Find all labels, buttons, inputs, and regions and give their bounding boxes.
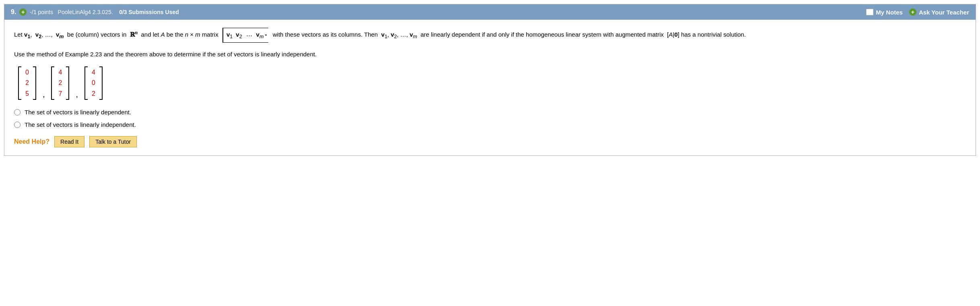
matrix-dots: ⋯ [244, 30, 255, 41]
comma-1: , [43, 90, 45, 99]
vector-3: 4 0 2 [84, 66, 103, 100]
matrix-brackets-inline: v1 v2 ⋯ vm [222, 28, 268, 43]
ask-teacher-plus-icon: + [909, 8, 916, 16]
ask-teacher-button[interactable]: + Ask Your Teacher [909, 8, 969, 16]
points-info: -/1 points PooleLinAlg4 2.3.025. 0/3 Sub… [30, 9, 179, 15]
matrix-v1: v1 [225, 29, 234, 41]
my-notes-button[interactable]: My Notes [866, 9, 903, 16]
question-header: 9. + -/1 points PooleLinAlg4 2.3.025. 0/… [4, 4, 976, 20]
matrix-v2: v2 [234, 29, 243, 41]
plus-icon[interactable]: + [19, 8, 27, 16]
comma-2: , [76, 90, 78, 99]
theorem-text: Let v1, v2, …, vm be (column) vectors in… [14, 28, 966, 43]
vector-2: 4 2 7 [51, 66, 69, 100]
talk-to-tutor-button[interactable]: Talk to a Tutor [89, 136, 137, 147]
Rn-label: ℝn [130, 31, 138, 38]
vector-1-values: 0 2 5 [21, 66, 33, 100]
vector-1: 0 2 5 [18, 66, 36, 100]
header-right: My Notes + Ask Your Teacher [866, 8, 969, 16]
read-it-button[interactable]: Read It [54, 136, 84, 147]
v1-label: v1 [24, 31, 30, 38]
radio-independent[interactable] [14, 122, 21, 128]
vectors-display: 0 2 5 , 4 2 7 , [18, 66, 966, 100]
option-dependent-label[interactable]: The set of vectors is linearly dependent… [25, 109, 131, 116]
header-left: 9. + -/1 points PooleLinAlg4 2.3.025. 0/… [11, 8, 179, 16]
vm-label: vm [56, 31, 64, 38]
question-container: 9. + -/1 points PooleLinAlg4 2.3.025. 0/… [4, 4, 976, 156]
question-body: Let v1, v2, …, vm be (column) vectors in… [4, 20, 976, 155]
vector-2-values: 4 2 7 [54, 66, 66, 100]
note-icon [866, 9, 873, 15]
question-number: 9. [11, 8, 16, 16]
need-help-label: Need Help? [14, 138, 49, 145]
use-method-text: Use the method of Example 2.23 and the t… [14, 49, 966, 60]
option-independent-label[interactable]: The set of vectors is linearly independe… [25, 121, 136, 128]
vector-3-values: 4 0 2 [88, 66, 99, 100]
need-help-section: Need Help? Read It Talk to a Tutor [14, 136, 966, 147]
option-independent: The set of vectors is linearly independe… [14, 121, 966, 128]
radio-dependent[interactable] [14, 109, 21, 116]
v2-label: v2 [35, 31, 41, 38]
matrix-vm: vm [255, 29, 266, 41]
option-dependent: The set of vectors is linearly dependent… [14, 109, 966, 116]
